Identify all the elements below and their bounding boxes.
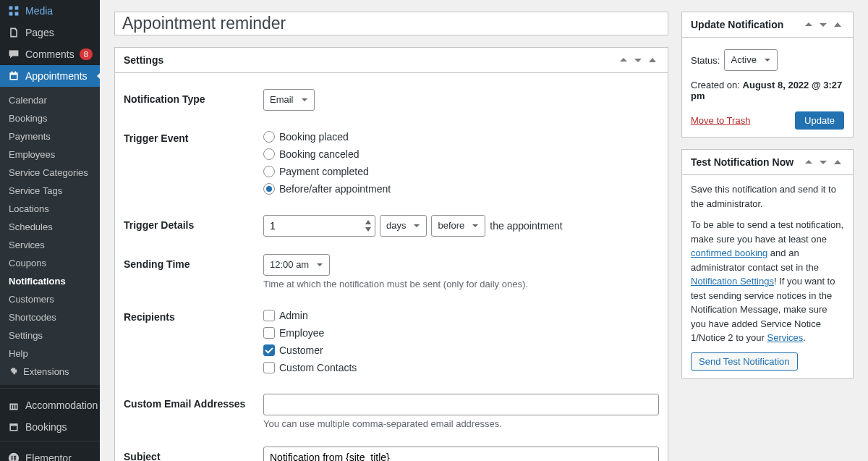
submenu-shortcodes[interactable]: Shortcodes xyxy=(0,308,100,326)
submenu-bookings[interactable]: Bookings xyxy=(0,109,100,127)
panel-collapse-icon[interactable] xyxy=(646,54,659,67)
sidebar-item-media[interactable]: Media xyxy=(0,0,100,22)
recipient-employee-checkbox[interactable]: Employee xyxy=(263,324,659,342)
send-test-button[interactable]: Send Test Notification xyxy=(691,352,798,371)
trigger-number-field[interactable] xyxy=(270,220,363,232)
panel-collapse-icon[interactable] xyxy=(831,156,844,169)
svg-rect-3 xyxy=(14,457,16,459)
submenu-schedules[interactable]: Schedules xyxy=(0,218,100,236)
sending-time-label: Sending Time xyxy=(124,254,263,289)
sidebar-separator xyxy=(0,388,100,392)
trigger-unit-select[interactable]: days xyxy=(380,215,427,237)
sidebar-label: Media xyxy=(25,5,53,17)
status-label: Status: xyxy=(691,55,720,66)
panel-title: Settings xyxy=(124,54,163,66)
sidebar-label: Appointments xyxy=(25,70,88,82)
checkbox-icon xyxy=(263,327,275,339)
panel-header: Settings xyxy=(115,48,668,73)
submenu-payments[interactable]: Payments xyxy=(0,127,100,145)
panel-header: Update Notification xyxy=(682,12,853,38)
panel-up-icon[interactable] xyxy=(802,156,815,169)
update-button[interactable]: Update xyxy=(795,111,844,130)
calendar-icon xyxy=(7,421,20,433)
custom-email-label: Custom Email Addresses xyxy=(124,394,263,429)
trigger-number-input[interactable] xyxy=(263,215,375,237)
elementor-icon xyxy=(7,452,20,461)
submenu-locations[interactable]: Locations xyxy=(0,200,100,218)
panel-up-icon[interactable] xyxy=(802,18,815,31)
building-icon xyxy=(7,399,20,411)
sidebar-item-elementor[interactable]: Elementor xyxy=(0,447,100,461)
confirmed-booking-link[interactable]: confirmed booking xyxy=(691,248,767,258)
panel-header: Test Notification Now xyxy=(682,150,853,175)
checkbox-icon xyxy=(263,310,275,321)
settings-panel: Settings Notification Type Email xyxy=(114,47,668,461)
trigger-payment-completed-radio[interactable]: Payment completed xyxy=(263,163,659,180)
custom-email-desc: You can use multiple comma-separated ema… xyxy=(263,418,659,429)
main-content: Appointment reminder Settings Notificati… xyxy=(100,0,868,461)
submenu-services[interactable]: Services xyxy=(0,236,100,254)
checkbox-icon xyxy=(263,362,275,373)
submenu-coupons[interactable]: Coupons xyxy=(0,254,100,272)
trigger-before-after-radio[interactable]: Before/after appointment xyxy=(263,180,659,198)
notification-settings-link[interactable]: Notification Settings xyxy=(691,276,774,287)
submenu-service-categories[interactable]: Service Categories xyxy=(0,164,100,182)
admin-sidebar: Media Pages Comments 8 Appointments Cale… xyxy=(0,0,100,461)
appointments-submenu: Calendar Bookings Payments Employees Ser… xyxy=(0,87,100,385)
recipient-custom-checkbox[interactable]: Custom Contacts xyxy=(263,359,659,376)
media-icon xyxy=(7,5,20,17)
panel-collapse-icon[interactable] xyxy=(831,18,844,31)
submenu-employees[interactable]: Employees xyxy=(0,145,100,164)
notification-type-select[interactable]: Email xyxy=(263,89,315,111)
sidebar-item-bookings2[interactable]: Bookings xyxy=(0,416,100,438)
submenu-settings[interactable]: Settings xyxy=(0,326,100,344)
test-details: To be able to send a test notification, … xyxy=(691,218,844,345)
sidebar-label: Accommodation xyxy=(25,399,98,411)
sidebar-label: Comments xyxy=(25,48,75,60)
submenu-notifications[interactable]: Notifications xyxy=(0,272,100,290)
svg-rect-4 xyxy=(14,460,16,461)
submenu-service-tags[interactable]: Service Tags xyxy=(0,182,100,200)
trigger-event-label: Trigger Event xyxy=(124,128,263,198)
subject-input[interactable] xyxy=(263,447,659,461)
move-to-trash-link[interactable]: Move to Trash xyxy=(691,115,750,126)
svg-rect-2 xyxy=(14,456,16,457)
radio-icon xyxy=(263,166,275,177)
trigger-booking-canceled-radio[interactable]: Booking canceled xyxy=(263,145,659,163)
trigger-booking-placed-radio[interactable]: Booking placed xyxy=(263,128,659,145)
recipient-admin-checkbox[interactable]: Admin xyxy=(263,307,659,324)
sidebar-label: Pages xyxy=(25,27,54,38)
submenu-extensions[interactable]: Extensions xyxy=(0,363,100,381)
submenu-customers[interactable]: Customers xyxy=(0,290,100,308)
svg-rect-1 xyxy=(12,456,13,460)
sidebar-item-accommodation[interactable]: Accommodation xyxy=(0,394,100,416)
checkbox-checked-icon xyxy=(263,344,275,356)
radio-icon xyxy=(263,131,275,143)
sidebar-item-appointments[interactable]: Appointments xyxy=(0,65,100,87)
panel-up-icon[interactable] xyxy=(617,54,630,67)
sidebar-item-comments[interactable]: Comments 8 xyxy=(0,43,100,65)
title-box: Appointment reminder xyxy=(114,12,668,35)
radio-icon xyxy=(263,148,275,160)
sidebar-label: Elementor xyxy=(25,452,72,461)
panel-down-icon[interactable] xyxy=(817,18,830,31)
submenu-calendar[interactable]: Calendar xyxy=(0,91,100,109)
sidebar-item-pages[interactable]: Pages xyxy=(0,22,100,43)
recipient-customer-checkbox[interactable]: Customer xyxy=(263,342,659,359)
sending-time-select[interactable]: 12:00 am xyxy=(263,254,330,276)
trigger-relation-select[interactable]: before xyxy=(431,215,485,237)
panel-down-icon[interactable] xyxy=(631,54,644,67)
calendar-icon xyxy=(7,70,20,82)
comment-icon xyxy=(7,48,20,60)
trigger-details-label: Trigger Details xyxy=(124,215,263,237)
created-label: Created on: xyxy=(691,80,740,90)
stepper-up-icon[interactable] xyxy=(363,219,373,226)
panel-down-icon[interactable] xyxy=(817,156,830,169)
submenu-help[interactable]: Help xyxy=(0,344,100,363)
page-icon xyxy=(7,27,20,38)
status-select[interactable]: Active xyxy=(724,49,777,71)
custom-email-input[interactable] xyxy=(263,394,659,415)
services-link[interactable]: Services xyxy=(767,332,804,343)
stepper-down-icon[interactable] xyxy=(363,226,373,233)
comments-count-badge: 8 xyxy=(80,48,93,60)
